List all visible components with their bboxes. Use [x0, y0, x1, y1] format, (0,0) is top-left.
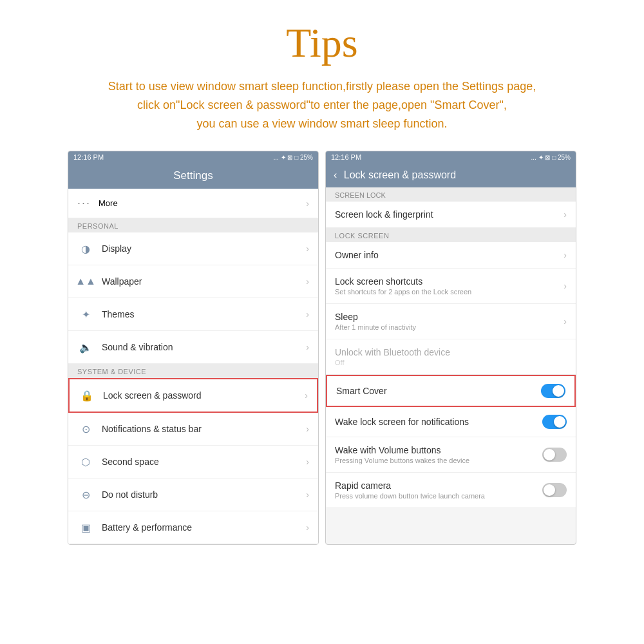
display-icon: ◑	[77, 240, 94, 257]
sound-text: Sound & vibration	[102, 342, 301, 352]
right-status-icons: ... ✦ ⊠ □ 25%	[531, 154, 571, 161]
bluetooth-unlock-text: Unlock with Bluetooth device Off	[335, 347, 567, 366]
second-space-icon: ⬡	[77, 453, 94, 470]
wallpaper-item[interactable]: ▲▲ Wallpaper ›	[68, 265, 318, 298]
lock-shortcuts-item[interactable]: Lock screen shortcuts Set shortcuts for …	[326, 269, 576, 304]
wake-lock-toggle[interactable]	[542, 415, 567, 429]
display-text: Display	[102, 243, 301, 254]
tips-description: Start to use view window smart sleep fun…	[26, 77, 618, 133]
wallpaper-arrow: ›	[306, 276, 309, 287]
left-status-icons: ... ✦ ⊠ □ 25%	[273, 154, 313, 161]
bluetooth-unlock-item: Unlock with Bluetooth device Off	[326, 339, 576, 375]
right-phone-screen: 12:16 PM ... ✦ ⊠ □ 25% ‹ Lock screen & p…	[325, 151, 576, 545]
page-title: Tips	[26, 19, 618, 67]
notifications-text: Notifications & status bar	[102, 424, 301, 434]
right-header-title: Lock screen & password	[344, 169, 456, 180]
smart-cover-toggle-knob	[553, 385, 564, 397]
sleep-arrow: ›	[564, 316, 567, 327]
smart-cover-text: Smart Cover	[336, 386, 541, 396]
back-arrow-icon[interactable]: ‹	[334, 169, 337, 180]
owner-info-arrow: ›	[564, 250, 567, 260]
sleep-text: Sleep After 1 minute of inactivity	[335, 312, 558, 331]
wake-volume-toggle-knob	[544, 449, 555, 460]
more-arrow: ›	[306, 198, 309, 209]
system-section-label: SYSTEM & DEVICE	[68, 364, 318, 378]
battery-icon: ▣	[77, 519, 94, 536]
sound-icon: 🔈	[77, 339, 94, 355]
do-not-disturb-item[interactable]: ⊖ Do not disturb ›	[68, 478, 318, 511]
wake-volume-item[interactable]: Wake with Volume buttons Pressing Volume…	[326, 437, 576, 473]
left-time: 12:16 PM	[73, 153, 104, 161]
owner-info-item[interactable]: Owner info ›	[326, 242, 576, 269]
lock-arrow: ›	[305, 390, 308, 401]
wallpaper-text: Wallpaper	[102, 276, 301, 287]
wake-lock-toggle-knob	[554, 416, 565, 428]
rapid-camera-toggle[interactable]	[542, 483, 567, 497]
display-arrow: ›	[306, 243, 309, 254]
wake-volume-text: Wake with Volume buttons Pressing Volume…	[335, 445, 542, 464]
screen-lock-fingerprint-arrow: ›	[564, 209, 567, 220]
lock-icon: 🔒	[79, 387, 95, 404]
second-space-arrow: ›	[306, 457, 309, 467]
themes-icon: ✦	[77, 306, 94, 323]
right-status-bar: 12:16 PM ... ✦ ⊠ □ 25%	[326, 151, 576, 163]
second-space-text: Second space	[102, 457, 301, 467]
smart-cover-toggle[interactable]	[541, 384, 565, 398]
sound-arrow: ›	[306, 342, 309, 352]
themes-arrow: ›	[306, 309, 309, 319]
lock-screen-text: Lock screen & password	[103, 390, 299, 401]
themes-item[interactable]: ✦ Themes ›	[68, 298, 318, 331]
do-not-disturb-arrow: ›	[306, 489, 309, 500]
display-item[interactable]: ◑ Display ›	[68, 232, 318, 265]
rapid-camera-toggle-knob	[544, 484, 555, 496]
wake-lock-item[interactable]: Wake lock screen for notifications	[326, 407, 576, 437]
lock-shortcuts-arrow: ›	[564, 281, 567, 291]
screen-lock-fingerprint-item[interactable]: Screen lock & fingerprint ›	[326, 202, 576, 228]
second-space-item[interactable]: ⬡ Second space ›	[68, 446, 318, 478]
more-dots: ···	[77, 196, 91, 210]
phones-container: 12:16 PM ... ✦ ⊠ □ 25% Settings ··· More…	[26, 151, 618, 545]
wake-volume-toggle[interactable]	[542, 448, 567, 462]
more-item[interactable]: ··· More ›	[68, 189, 318, 218]
do-not-disturb-icon: ⊖	[77, 486, 94, 503]
notifications-icon: ⊙	[77, 421, 94, 437]
lock-screen-section-label: LOCK SCREEN	[326, 228, 576, 242]
sleep-item[interactable]: Sleep After 1 minute of inactivity ›	[326, 304, 576, 339]
battery-arrow: ›	[306, 522, 309, 533]
rapid-camera-text: Rapid camera Press volume down button tw…	[335, 480, 542, 500]
battery-text: Battery & performance	[102, 522, 301, 533]
rapid-camera-item[interactable]: Rapid camera Press volume down button tw…	[326, 473, 576, 508]
wallpaper-icon: ▲▲	[77, 273, 94, 290]
screen-lock-fingerprint-text: Screen lock & fingerprint	[335, 209, 558, 220]
personal-section-label: PERSONAL	[68, 218, 318, 232]
left-status-bar: 12:16 PM ... ✦ ⊠ □ 25%	[68, 151, 318, 163]
wake-lock-text: Wake lock screen for notifications	[335, 417, 542, 427]
smart-cover-item[interactable]: Smart Cover	[326, 375, 576, 407]
battery-item[interactable]: ▣ Battery & performance ›	[68, 511, 318, 544]
sound-item[interactable]: 🔈 Sound & vibration ›	[68, 331, 318, 364]
themes-text: Themes	[102, 309, 301, 319]
screen-lock-section-label: SCREEN LOCK	[326, 187, 576, 202]
more-label: More	[99, 198, 301, 208]
page-wrapper: Tips Start to use view window smart slee…	[0, 0, 644, 564]
owner-info-text: Owner info	[335, 250, 558, 260]
lock-screen-item[interactable]: 🔒 Lock screen & password ›	[68, 378, 318, 413]
notifications-arrow: ›	[306, 424, 309, 434]
left-screen-header: Settings	[68, 163, 318, 189]
notifications-item[interactable]: ⊙ Notifications & status bar ›	[68, 413, 318, 446]
left-phone-screen: 12:16 PM ... ✦ ⊠ □ 25% Settings ··· More…	[68, 151, 319, 545]
do-not-disturb-text: Do not disturb	[102, 489, 301, 500]
lock-shortcuts-text: Lock screen shortcuts Set shortcuts for …	[335, 276, 558, 296]
right-screen-header: ‹ Lock screen & password	[326, 163, 576, 187]
right-time: 12:16 PM	[331, 153, 361, 161]
